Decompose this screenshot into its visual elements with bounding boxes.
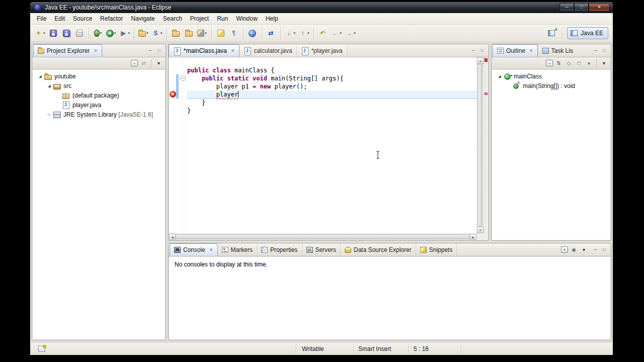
run-external-tools-button[interactable]: ▶▾ xyxy=(118,27,131,40)
code-line-5[interactable]: } xyxy=(187,99,476,107)
editor-tab-calculator-java[interactable]: calculator.java xyxy=(239,45,297,57)
collapse-all-button[interactable]: − xyxy=(131,60,138,66)
code-line-3[interactable]: player p1 = new player(); xyxy=(187,82,476,90)
scroll-left-button[interactable]: ◀ xyxy=(169,234,176,240)
open-web-browser-button[interactable] xyxy=(247,27,259,40)
code-line-2[interactable]: public static void main(String[] args){ xyxy=(187,74,476,82)
project-explorer-maximize-button[interactable]: □ xyxy=(155,47,164,54)
forward-button[interactable]: →▾ xyxy=(344,27,357,40)
hide-fields-button[interactable]: ◇ xyxy=(565,59,573,67)
close-icon[interactable]: ✕ xyxy=(231,48,235,53)
console-tab-markers[interactable]: Markers xyxy=(218,243,257,256)
console-tab-properties[interactable]: Properties xyxy=(257,243,302,256)
save-button[interactable] xyxy=(47,27,59,40)
maximize-button[interactable]: □ xyxy=(574,3,589,12)
code-line-6[interactable]: } xyxy=(187,107,476,115)
expand-arrow-icon[interactable]: ▷ xyxy=(46,113,53,117)
editor-canvas[interactable]: ✕ − public class mainClass { public stat… xyxy=(169,57,488,240)
open-perspective-button[interactable] xyxy=(545,27,557,40)
open-type-button[interactable] xyxy=(170,27,182,40)
mark-occurrences-button[interactable] xyxy=(215,27,227,40)
debug-button[interactable]: ▾ xyxy=(92,27,104,40)
project-explorer-tab[interactable]: Project Explorer ✕ xyxy=(33,44,102,57)
new-dynamic-web-project-button[interactable]: ▾ xyxy=(137,27,149,40)
menu-source[interactable]: Source xyxy=(69,14,96,24)
task-list-tab[interactable]: Task Lis xyxy=(538,44,577,57)
open-console-button[interactable]: + xyxy=(561,246,568,253)
scroll-right-button[interactable]: ▶ xyxy=(470,234,476,240)
console-tab-servers[interactable]: Servers xyxy=(302,243,341,256)
back-button[interactable]: ←▾ xyxy=(330,27,343,40)
open-resource-button[interactable] xyxy=(183,27,195,40)
outline-minimize-button[interactable]: ─ xyxy=(591,47,600,54)
console-minimize-button[interactable]: ─ xyxy=(591,246,600,253)
project-explorer-minimize-button[interactable]: ─ xyxy=(146,47,154,54)
editor-tab-player-java[interactable]: *player.java xyxy=(297,45,347,57)
perspective-java-ee-button[interactable]: Java EE xyxy=(567,27,608,39)
close-icon[interactable]: ✕ xyxy=(209,247,213,252)
menu-run[interactable]: Run xyxy=(213,14,232,24)
link-with-editor-button[interactable]: ⇄ xyxy=(139,59,148,67)
project-item-player-java[interactable]: player.java xyxy=(33,100,165,110)
synchronize-button[interactable]: ⇄ xyxy=(265,27,277,40)
console-tab-console[interactable]: Console✕ xyxy=(170,243,218,256)
code-line-4[interactable]: player xyxy=(187,90,476,99)
menu-edit[interactable]: Edit xyxy=(50,14,69,24)
collapse-all-button[interactable]: − xyxy=(546,60,553,66)
horizontal-scrollbar-thumb[interactable] xyxy=(176,234,470,239)
outline-tab[interactable]: Outline ✕ xyxy=(493,44,538,57)
menu-file[interactable]: File xyxy=(33,14,50,24)
collapse-arrow-icon[interactable]: ◢ xyxy=(496,74,503,78)
close-icon[interactable]: ✕ xyxy=(94,48,98,53)
save-all-button[interactable] xyxy=(60,27,72,40)
project-item-default-package[interactable]: (default package) xyxy=(33,90,165,100)
next-annotation-button[interactable]: ↓▾ xyxy=(284,27,297,40)
print-button[interactable] xyxy=(73,27,86,40)
code-area[interactable]: public class mainClass { public static v… xyxy=(187,57,476,233)
view-menu-button[interactable]: ▾ xyxy=(580,245,588,254)
collapse-arrow-icon[interactable]: ◢ xyxy=(37,74,44,78)
editor-minimize-button[interactable]: ─ xyxy=(469,47,477,54)
project-item-src[interactable]: ◢src xyxy=(33,81,165,90)
show-whitespace-button[interactable]: ¶ xyxy=(228,27,240,40)
vertical-scrollbar[interactable]: ▲ ▼ xyxy=(476,57,484,233)
view-menu-button[interactable]: ▾ xyxy=(154,59,163,67)
menu-refactor[interactable]: Refactor xyxy=(96,14,127,24)
code-line-1[interactable]: public class mainClass { xyxy=(187,66,476,74)
overview-error-marker[interactable] xyxy=(485,58,488,62)
close-icon[interactable]: ✕ xyxy=(529,48,533,53)
outline-item-main-string-void[interactable]: main(String[]) : void xyxy=(492,81,610,90)
console-tab-data-source-explorer[interactable]: Data Source Explorer xyxy=(341,243,416,256)
scroll-down-button[interactable]: ▼ xyxy=(477,227,484,233)
project-item-jre-system-library[interactable]: ▷JRE System Library [JavaSE-1.6] xyxy=(33,110,165,119)
horizontal-scrollbar[interactable]: ◀ ▶ xyxy=(169,233,476,240)
console-tab-snippets[interactable]: Snippets xyxy=(416,243,457,256)
new-servlet-button[interactable]: S▾ xyxy=(150,27,164,40)
view-menu-button[interactable]: ▾ xyxy=(600,59,608,67)
last-edit-location-button[interactable]: ↶ xyxy=(317,27,329,40)
scroll-up-button[interactable]: ▲ xyxy=(477,57,484,64)
menu-help[interactable]: Help xyxy=(262,14,282,24)
menu-window[interactable]: Window xyxy=(232,14,262,24)
collapse-arrow-icon[interactable]: ◢ xyxy=(46,84,53,88)
overview-occurrence-marker[interactable] xyxy=(485,93,488,95)
close-button[interactable]: ✕ xyxy=(589,3,610,12)
editor-tab-mainclass-java[interactable]: *mainClass.java✕ xyxy=(169,44,239,57)
titlebar[interactable]: Java EE - youtube/src/mainClass.java - E… xyxy=(30,2,613,13)
editor-maximize-button[interactable]: □ xyxy=(478,47,487,54)
run-button[interactable]: ▶▾ xyxy=(105,27,117,40)
menu-search[interactable]: Search xyxy=(159,14,186,24)
new-wizard-button[interactable]: ✦▾ xyxy=(33,27,46,40)
hide-non-public-members-button[interactable]: ● xyxy=(585,59,593,67)
search-button[interactable]: ▾ xyxy=(196,27,208,40)
outline-maximize-button[interactable]: □ xyxy=(600,47,609,54)
vertical-scrollbar-thumb[interactable] xyxy=(477,64,482,227)
project-item-youtube[interactable]: ◢youtube xyxy=(33,71,165,81)
minimize-button[interactable]: ─ xyxy=(559,3,574,12)
error-marker-icon[interactable]: ✕ xyxy=(170,91,176,98)
sort-button[interactable]: ⇅ xyxy=(554,59,563,67)
collapse-fold-icon[interactable]: − xyxy=(180,75,186,81)
previous-annotation-button[interactable]: ↑▾ xyxy=(297,27,310,40)
menu-navigate[interactable]: Navigate xyxy=(127,14,158,24)
menu-project[interactable]: Project xyxy=(186,14,213,24)
